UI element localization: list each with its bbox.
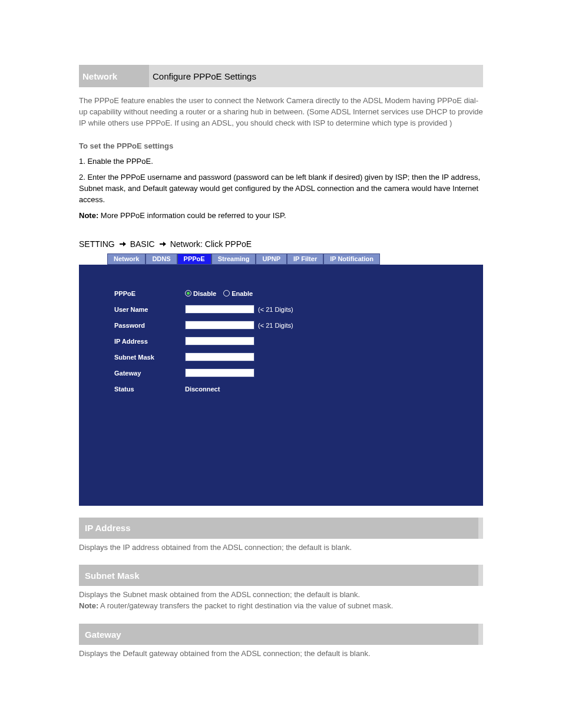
section-gw-body: Displays the Default gateway obtained fr… (79, 648, 483, 660)
note-line: Note: More PPPoE information could be re… (79, 210, 483, 222)
status-value: Disconnect (185, 386, 220, 393)
intro-paragraph: The PPPoE feature enables the user to co… (79, 95, 483, 129)
section-mask-note-body: A router/gateway transfers the packet to… (98, 601, 393, 610)
radio-enable-label: Enable (232, 290, 253, 297)
arrow-right-icon (158, 240, 167, 248)
tab-pppoe[interactable]: PPPoE (177, 253, 211, 265)
tab-streaming[interactable]: Streaming (211, 253, 256, 265)
label-username: User Name (114, 306, 185, 313)
breadcrumb-mid: BASIC (130, 239, 155, 249)
tab-bar: Network DDNS PPPoE Streaming UPNP IP Fil… (107, 253, 483, 265)
password-input[interactable] (185, 321, 254, 330)
label-gateway: Gateway (114, 370, 185, 377)
ip-input[interactable] (185, 337, 254, 345)
subnet-input[interactable] (185, 353, 254, 361)
section-mask-note-label: Note: (79, 601, 98, 610)
section-ip-body: Displays the IP address obtained from th… (79, 542, 483, 554)
tab-ddns[interactable]: DDNS (146, 253, 177, 265)
step-2: 2. Enter the PPPoE username and password… (79, 172, 483, 206)
label-password: Password (114, 322, 185, 329)
tab-upnp[interactable]: UPNP (256, 253, 287, 265)
hint-username: (< 21 Digits) (258, 306, 293, 313)
tab-network[interactable]: Network (107, 253, 146, 265)
pppoe-config-panel: Network DDNS PPPoE Streaming UPNP IP Fil… (79, 253, 483, 506)
label-pppoe: PPPoE (114, 290, 185, 297)
hint-password: (< 21 Digits) (258, 322, 293, 329)
tab-ip-filter[interactable]: IP Filter (287, 253, 323, 265)
header-title: Configure PPPoE Settings (149, 65, 483, 87)
radio-icon (223, 290, 230, 297)
radio-disable-label: Disable (193, 290, 216, 297)
tab-ip-notification[interactable]: IP Notification (323, 253, 380, 265)
breadcrumb-root: SETTING (79, 239, 115, 249)
arrow-right-icon (118, 240, 127, 248)
page-header: Network Configure PPPoE Settings (79, 65, 483, 87)
section-mask-note: Note: A router/gateway transfers the pac… (79, 601, 483, 612)
radio-enable[interactable]: Enable (223, 290, 253, 297)
radio-icon (185, 290, 191, 297)
subtitle: To set the PPPoE settings (79, 141, 483, 152)
breadcrumb-leaf: Network: Click PPPoE (170, 239, 252, 249)
label-ip: IP Address (114, 338, 185, 345)
section-mask-heading: Subnet Mask (79, 565, 483, 586)
breadcrumb: SETTING BASIC Network: Click PPPoE (79, 239, 483, 249)
step-1: 1. Enable the PPPoE. (79, 156, 483, 167)
label-status: Status (114, 386, 185, 393)
label-subnet: Subnet Mask (114, 354, 185, 361)
header-category: Network (79, 65, 149, 87)
note-body: More PPPoE information could be referred… (98, 211, 286, 220)
form-panel: PPPoE Disable Enable User Name (< 2 (79, 265, 483, 506)
gateway-input[interactable] (185, 368, 254, 377)
section-ip-heading: IP Address (79, 518, 483, 539)
section-gw-heading: Gateway (79, 624, 483, 645)
username-input[interactable] (185, 305, 254, 314)
radio-disable[interactable]: Disable (185, 290, 216, 297)
note-label: Note: (79, 211, 98, 220)
section-mask-body: Displays the Subnet mask obtained from t… (79, 589, 483, 601)
